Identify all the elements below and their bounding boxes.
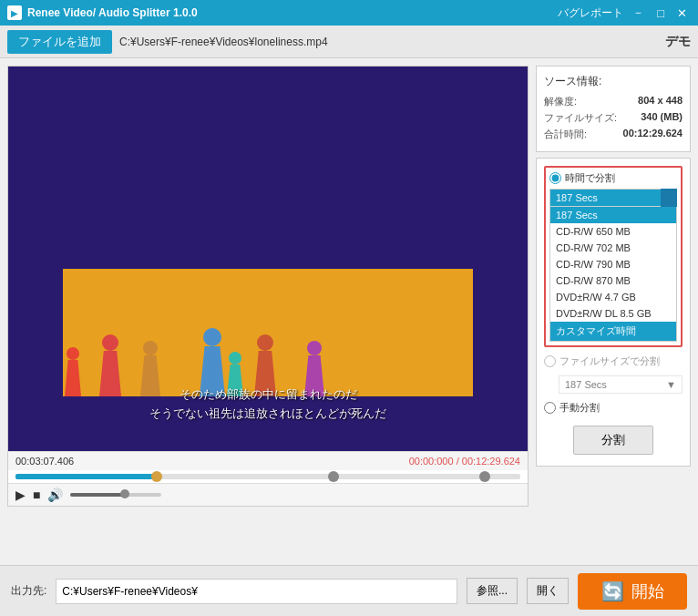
bug-report-button[interactable]: バグレポート xyxy=(558,5,623,21)
dropdown-item-7[interactable]: カスタマイズ時間 xyxy=(550,322,676,341)
progress-fill xyxy=(15,474,157,479)
time-split-radio[interactable] xyxy=(549,172,561,184)
volume-handle[interactable] xyxy=(120,489,129,498)
start-icon: 🔄 xyxy=(601,580,624,602)
start-label: 開始 xyxy=(631,580,664,602)
video-area: そのため部族の中に留まれたのだ そうでない祖先は追放されほとんどが死んだ xyxy=(8,67,528,451)
totaltime-label: 合計時間: xyxy=(544,128,587,141)
dropdown-item-4[interactable]: CD-R/W 870 MB xyxy=(550,272,676,289)
filesize-label: ファイルサイズ: xyxy=(544,111,617,125)
output-label: 出力先: xyxy=(11,583,46,599)
filesize-split-label: ファイルサイズで分割 xyxy=(559,354,660,368)
time-split-label: 時間で分割 xyxy=(565,171,615,185)
time-split-section: 時間で分割 187 Secs ▼ 187 Secs CD-R/W 650 MB … xyxy=(544,166,683,347)
subtitle-area: そのため部族の中に留まれたのだ そうでない祖先は追放されほとんどが死んだ xyxy=(8,385,528,424)
progress-track[interactable] xyxy=(15,474,520,479)
filesize-split-radio[interactable] xyxy=(544,355,556,367)
filesize-row: ファイルサイズ: 340 (MB) xyxy=(544,111,683,125)
dropdown-item-0[interactable]: 187 Secs xyxy=(550,207,676,223)
filesize-value: 340 (MB) xyxy=(641,111,683,125)
resolution-row: 解像度: 804 x 448 xyxy=(544,95,683,108)
totaltime-row: 合計時間: 00:12:29.624 xyxy=(544,128,683,141)
app-title: Renee Video/ Audio Splitter 1.0.0 xyxy=(27,6,198,19)
dropdown-selected-value: 187 Secs xyxy=(556,192,598,203)
current-time: 00:03:07.406 xyxy=(15,456,74,467)
filesize-split-option: ファイルサイズで分割 xyxy=(544,354,683,368)
browse-button[interactable]: 参照... xyxy=(467,578,518,604)
dropdown-display[interactable]: 187 Secs xyxy=(549,189,677,207)
title-bar: ▶ Renee Video/ Audio Splitter 1.0.0 バグレポ… xyxy=(0,0,698,26)
progress-handle-3[interactable] xyxy=(479,471,490,482)
restore-button[interactable]: □ xyxy=(653,6,668,20)
resolution-value: 804 x 448 xyxy=(638,95,683,108)
subtitle-line2: そうでない祖先は追放されほとんどが死んだ xyxy=(8,405,528,424)
toolbar: ファイルを追加 C:¥Users¥F-renee¥Videos¥loneline… xyxy=(0,26,698,58)
title-bar-right: バグレポート － □ ✕ xyxy=(558,5,691,21)
totaltime-value: 00:12:29.624 xyxy=(623,128,683,141)
dropdown-item-6[interactable]: DVD±R/W DL 8.5 GB xyxy=(550,305,676,322)
bottom-bar: 出力先: 参照... 開く 🔄 開始 xyxy=(0,565,698,616)
progress-handle-2[interactable] xyxy=(328,471,339,482)
manual-split-label: 手動分割 xyxy=(559,401,600,415)
dropdown-item-1[interactable]: CD-R/W 650 MB xyxy=(550,223,676,240)
volume-slider[interactable] xyxy=(70,493,161,497)
main-content: そのため部族の中に留まれたのだ そうでない祖先は追放されほとんどが死んだ 00:… xyxy=(0,58,698,514)
add-file-button[interactable]: ファイルを追加 xyxy=(7,30,112,54)
source-info: ソース情報: 解像度: 804 x 448 ファイルサイズ: 340 (MB) … xyxy=(536,66,691,152)
close-button[interactable]: ✕ xyxy=(673,6,691,20)
title-bar-left: ▶ Renee Video/ Audio Splitter 1.0.0 xyxy=(7,5,198,20)
stop-button[interactable]: ■ xyxy=(33,488,40,502)
dropdown-list: 187 Secs CD-R/W 650 MB CD-R/W 702 MB CD-… xyxy=(549,207,677,342)
dropdown-item-3[interactable]: CD-R/W 790 MB xyxy=(550,256,676,272)
video-scene: そのため部族の中に留まれたのだ そうでない祖先は追放されほとんどが死んだ xyxy=(8,67,528,451)
right-panel: ソース情報: 解像度: 804 x 448 ファイルサイズ: 340 (MB) … xyxy=(536,66,691,507)
filesize-dropdown-value: 187 Secs xyxy=(565,379,607,390)
progress-handle-1[interactable] xyxy=(151,471,162,482)
video-time-bar: 00:03:07.406 00:00:000 / 00:12:29.624 xyxy=(8,451,528,470)
manual-split-option: 手動分割 xyxy=(544,401,683,415)
app-icon: ▶ xyxy=(7,5,22,20)
total-time: 00:00:000 / 00:12:29.624 xyxy=(409,456,520,467)
time-dropdown-wrapper: 187 Secs ▼ 187 Secs CD-R/W 650 MB CD-R/W… xyxy=(549,189,677,342)
file-path: C:¥Users¥F-renee¥Videos¥loneliness.mp4 xyxy=(119,36,658,48)
subtitle-line1: そのため部族の中に留まれたのだ xyxy=(8,385,528,405)
play-button[interactable]: ▶ xyxy=(15,488,26,502)
minimize-button[interactable]: － xyxy=(629,5,648,21)
filesize-dropdown-placeholder: 187 Secs ▼ xyxy=(559,375,683,394)
time-split-box: 時間で分割 187 Secs ▼ 187 Secs CD-R/W 650 MB … xyxy=(544,166,683,347)
resolution-label: 解像度: xyxy=(544,95,577,108)
filesize-dropdown-arrow: ▼ xyxy=(666,379,676,390)
manual-split-radio[interactable] xyxy=(544,402,556,414)
split-options: 時間で分割 187 Secs ▼ 187 Secs CD-R/W 650 MB … xyxy=(536,158,691,467)
volume-button[interactable]: 🔊 xyxy=(47,488,63,502)
output-path-input[interactable] xyxy=(56,579,457,604)
start-button[interactable]: 🔄 開始 xyxy=(578,573,687,610)
volume-fill xyxy=(70,493,125,497)
video-panel: そのため部族の中に留まれたのだ そうでない祖先は追放されほとんどが死んだ 00:… xyxy=(7,66,529,507)
time-split-option: 時間で分割 xyxy=(549,171,677,185)
controls-bar: ▶ ■ 🔊 xyxy=(8,483,528,506)
split-button[interactable]: 分割 xyxy=(573,426,653,455)
dropdown-item-2[interactable]: CD-R/W 702 MB xyxy=(550,240,676,256)
source-info-title: ソース情報: xyxy=(544,74,683,89)
demo-label: デモ xyxy=(665,34,691,50)
open-button[interactable]: 開く xyxy=(527,578,569,604)
dropdown-item-5[interactable]: DVD±R/W 4.7 GB xyxy=(550,289,676,305)
